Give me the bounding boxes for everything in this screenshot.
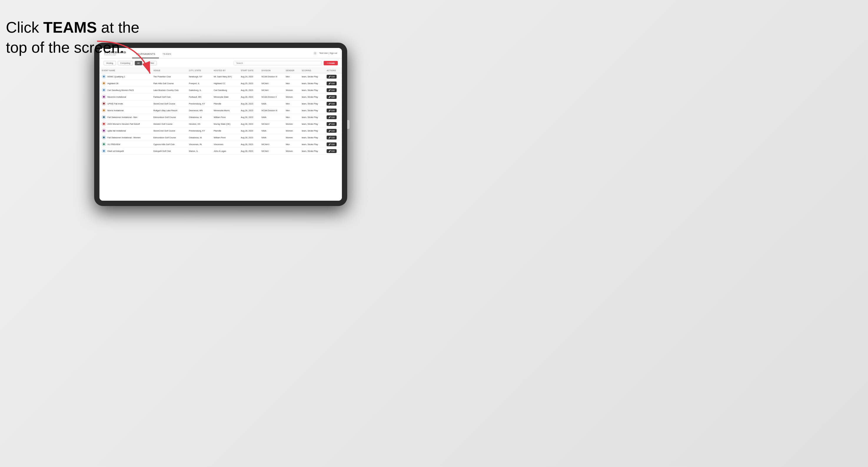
nav-tab-teams[interactable]: TEAMS <box>159 50 175 58</box>
filter-icon <box>147 62 149 64</box>
event-gender: Women <box>283 134 299 141</box>
event-icon <box>102 149 106 153</box>
svg-point-5 <box>103 75 105 77</box>
col-actions: ACTIONS <box>324 68 342 73</box>
event-gender: Women <box>283 148 299 155</box>
edit-button[interactable]: Edit <box>327 143 337 146</box>
event-city-state: Prestonsburg, KY <box>187 100 211 107</box>
event-actions: Edit <box>324 134 342 141</box>
event-scoring: team, Stroke Play <box>299 141 324 148</box>
event-city-state: Hesston, KS <box>187 121 211 127</box>
edit-button[interactable]: Edit <box>327 129 337 133</box>
event-name-text: Highland 36 <box>107 83 118 85</box>
event-name-cell: Klash at Kokopelli <box>99 148 151 155</box>
table-row: Carl Sandburg Women FA23 Lake Bracken Co… <box>99 87 342 94</box>
edit-icon <box>329 150 331 152</box>
event-actions: Edit <box>324 148 342 155</box>
event-venue: Cypress Hills Golf Club <box>151 141 187 148</box>
svg-point-14 <box>103 136 105 138</box>
event-venue: Lake Bracken Country Club <box>151 87 187 94</box>
event-start-date: Aug 28, 2023 <box>238 148 259 155</box>
event-scoring: team, Stroke Play <box>299 121 324 127</box>
svg-point-13 <box>103 130 105 131</box>
event-name-text: upike fall invitational <box>107 130 126 132</box>
edit-icon <box>329 130 331 132</box>
instruction-text: Click TEAMS at the top of the screen. <box>6 18 140 57</box>
event-actions: Edit <box>324 80 342 87</box>
edit-button[interactable]: Edit <box>327 95 337 99</box>
svg-point-1 <box>314 53 316 54</box>
event-icon <box>102 108 106 113</box>
svg-point-10 <box>103 110 105 111</box>
table-row: Klash at Kokopelli Kokopelli Golf ClubMa… <box>99 148 342 155</box>
event-name-text: Morris Invitational <box>107 110 124 112</box>
event-division: NICAA I <box>259 80 283 87</box>
col-gender: GENDER <box>283 68 299 73</box>
content-area: Hosting Competing All Filter + Create <box>99 59 342 201</box>
event-hosted-by: William Penn <box>211 114 238 121</box>
event-division: NICAA II <box>259 141 283 148</box>
col-scoring: SCORING <box>299 68 324 73</box>
svg-point-16 <box>103 150 105 152</box>
table-row: upike fall invitational StoneCrest Golf … <box>99 127 342 134</box>
event-name-text: 2023 Women's Hesston Fall Kickoff <box>107 123 140 125</box>
tournament-table-container: EVENT NAME VENUE CITY, STATE HOSTED BY S… <box>99 68 342 201</box>
edit-button[interactable]: Edit <box>327 88 337 92</box>
event-gender: Men <box>283 114 299 121</box>
edit-button[interactable]: Edit <box>327 136 337 139</box>
svg-point-15 <box>103 143 105 145</box>
hosting-filter-btn[interactable]: Hosting <box>103 61 116 65</box>
event-name-text: VU PREVIEW <box>107 143 120 145</box>
edit-button[interactable]: Edit <box>327 149 337 153</box>
filter-dropdown-btn[interactable]: Filter <box>144 61 157 65</box>
event-actions: Edit <box>324 107 342 114</box>
table-row: MSMC Qualifying 1 The Powelton ClubNewbu… <box>99 73 342 80</box>
edit-button[interactable]: Edit <box>327 82 337 85</box>
table-row: Fall Statesmen Invitational - Women Edmu… <box>99 134 342 141</box>
edit-button[interactable]: Edit <box>327 102 337 106</box>
search-input[interactable] <box>234 61 322 65</box>
event-city-state: Oskaloosa, IA <box>187 134 211 141</box>
event-name-cell: Maverick Invitational <box>99 94 151 100</box>
event-name-text: Fall Statesmen Invitational - Men <box>107 116 137 118</box>
event-city-state: Prestonsburg, KY <box>187 127 211 134</box>
filter-bar: Hosting Competing All Filter + Create <box>99 59 342 68</box>
event-name-cell: MSMC Qualifying 1 <box>99 73 151 80</box>
create-button[interactable]: + Create <box>324 61 338 65</box>
event-gender: Women <box>283 121 299 127</box>
competing-filter-btn[interactable]: Competing <box>118 61 133 65</box>
edit-button[interactable]: Edit <box>327 108 337 113</box>
edit-icon <box>329 96 331 98</box>
event-start-date: Aug 28, 2023 <box>238 141 259 148</box>
event-scoring: team, Stroke Play <box>299 87 324 94</box>
event-venue: Kokopelli Golf Club <box>151 148 187 155</box>
edit-button[interactable]: Edit <box>327 115 337 119</box>
event-actions: Edit <box>324 87 342 94</box>
event-scoring: team, Stroke Play <box>299 107 324 114</box>
svg-point-12 <box>103 123 105 125</box>
col-city-state: CITY, STATE <box>187 68 211 73</box>
edit-icon <box>329 89 331 91</box>
event-name-cell: Morris Invitational <box>99 107 151 114</box>
svg-point-9 <box>103 103 105 104</box>
event-name-cell: 2023 Women's Hesston Fall Kickoff <box>99 121 151 127</box>
event-hosted-by: Carl Sandburg <box>211 87 238 94</box>
table-row: 2023 Women's Hesston Fall Kickoff Hessto… <box>99 121 342 127</box>
settings-icon[interactable] <box>313 52 317 55</box>
event-hosted-by: William Penn <box>211 134 238 141</box>
event-actions: Edit <box>324 127 342 134</box>
edit-button[interactable]: Edit <box>327 75 337 79</box>
tablet-screen: SCOREBOARD Powered by clippit TOURNAMENT… <box>99 48 342 201</box>
event-actions: Edit <box>324 141 342 148</box>
event-division: NCAA Division III <box>259 107 283 114</box>
event-icon <box>102 135 106 139</box>
svg-point-6 <box>103 83 105 84</box>
event-icon <box>102 81 106 85</box>
event-city-state: Freeport, IL <box>187 80 211 87</box>
event-venue: Ruttger's Bay Lake Resort <box>151 107 187 114</box>
event-venue: StoneCrest Golf Course <box>151 100 187 107</box>
event-gender: Men <box>283 80 299 87</box>
edit-button[interactable]: Edit <box>327 122 337 126</box>
event-scoring: team, Stroke Play <box>299 73 324 80</box>
all-filter-btn[interactable]: All <box>135 61 143 65</box>
